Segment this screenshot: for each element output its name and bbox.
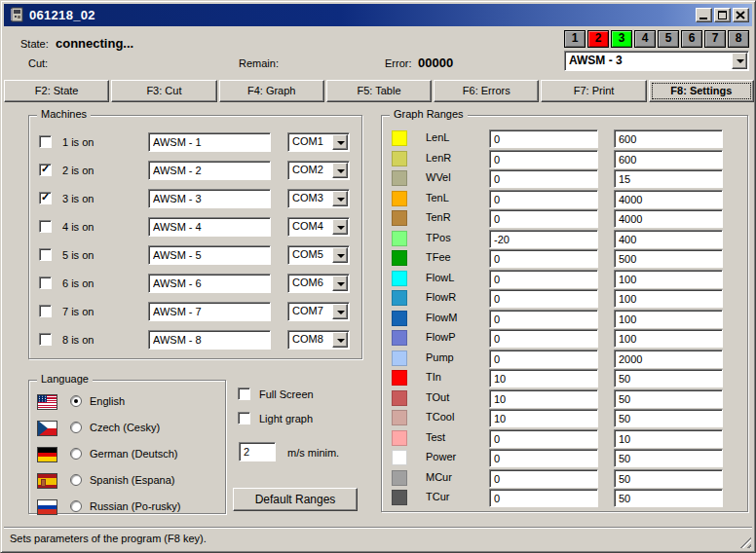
minimize-button[interactable] [696, 8, 712, 22]
range-min-input[interactable] [489, 409, 598, 427]
machine-on-checkbox[interactable] [39, 220, 52, 233]
machine-select[interactable]: AWSM - 3 [564, 51, 749, 71]
tab-button[interactable]: F3: Cut [111, 80, 216, 102]
dropdown-button[interactable] [332, 332, 348, 348]
language-label[interactable]: English [90, 395, 125, 407]
range-max-input[interactable] [614, 449, 723, 467]
machine-com-select[interactable]: COM1 [287, 132, 350, 152]
machine-com-select[interactable]: COM8 [287, 330, 350, 350]
tab-button[interactable]: F4: Graph [219, 80, 324, 102]
machine-on-label[interactable]: 6 is on [62, 277, 94, 289]
language-radio[interactable] [70, 500, 82, 512]
range-min-input[interactable] [489, 209, 598, 228]
dropdown-button[interactable] [332, 134, 348, 150]
dropdown-button[interactable] [732, 53, 747, 69]
machine-name-input[interactable] [148, 132, 271, 152]
machine-com-select[interactable]: COM5 [287, 245, 350, 265]
tab-button[interactable]: F5: Table [326, 80, 432, 102]
machine-name-input[interactable] [148, 189, 271, 208]
machine-indicator[interactable]: 8 [728, 30, 749, 48]
range-min-input[interactable] [489, 489, 598, 507]
range-max-input[interactable] [614, 409, 723, 427]
machine-on-label[interactable]: 5 is on [62, 249, 94, 261]
dropdown-button[interactable] [332, 163, 348, 178]
lightgraph-checkbox[interactable] [238, 412, 250, 424]
machine-com-select[interactable]: COM7 [287, 302, 350, 321]
close-button[interactable] [733, 8, 749, 22]
machine-indicator[interactable]: 6 [681, 30, 702, 48]
range-min-input[interactable] [489, 190, 598, 208]
range-max-input[interactable] [614, 150, 723, 168]
machine-com-select[interactable]: COM2 [287, 161, 350, 180]
range-max-input[interactable] [614, 230, 723, 248]
range-min-input[interactable] [489, 230, 598, 248]
machine-name-input[interactable] [148, 274, 271, 293]
range-min-input[interactable] [489, 129, 598, 148]
language-radio[interactable] [70, 395, 82, 407]
machine-on-checkbox[interactable] [39, 276, 52, 289]
language-label[interactable]: Czech (Cesky) [90, 422, 160, 433]
machine-name-input[interactable] [148, 161, 271, 180]
machine-on-label[interactable]: 4 is on [62, 221, 94, 233]
dropdown-button[interactable] [332, 304, 348, 319]
dropdown-button[interactable] [332, 219, 348, 235]
range-min-input[interactable] [489, 270, 598, 288]
range-min-input[interactable] [489, 449, 598, 467]
lightgraph-label[interactable]: Light graph [259, 413, 313, 424]
machine-on-checkbox[interactable] [39, 248, 52, 261]
machine-indicator[interactable]: 2 [587, 30, 609, 48]
tab-button[interactable]: F2: State [4, 80, 109, 102]
machine-com-select[interactable]: COM6 [287, 274, 350, 293]
range-max-input[interactable] [614, 129, 723, 148]
language-label[interactable]: Russian (Po-rusky) [90, 500, 181, 512]
machine-on-label[interactable]: 7 is on [62, 306, 94, 317]
range-min-input[interactable] [489, 249, 598, 268]
fullscreen-checkbox[interactable] [238, 387, 250, 400]
range-min-input[interactable] [489, 469, 598, 488]
tab-button[interactable]: F7: Print [541, 80, 646, 102]
range-max-input[interactable] [614, 329, 723, 348]
language-label[interactable]: German (Deutsch) [90, 448, 177, 460]
tab-button[interactable]: F6: Errors [434, 80, 539, 102]
range-min-input[interactable] [489, 329, 598, 348]
range-max-input[interactable] [614, 310, 723, 328]
language-radio[interactable] [70, 448, 82, 460]
speed-min-input[interactable] [239, 442, 276, 461]
machine-com-select[interactable]: COM4 [287, 217, 350, 237]
range-min-input[interactable] [489, 169, 598, 188]
dropdown-button[interactable] [332, 247, 348, 263]
machine-on-label[interactable]: 8 is on [62, 334, 94, 346]
dropdown-button[interactable] [332, 276, 348, 291]
machine-on-checkbox[interactable] [39, 333, 52, 346]
machine-on-checkbox[interactable] [39, 192, 52, 204]
range-min-input[interactable] [489, 150, 598, 168]
range-max-input[interactable] [614, 389, 723, 408]
range-max-input[interactable] [614, 489, 723, 507]
range-max-input[interactable] [614, 209, 723, 228]
range-max-input[interactable] [614, 350, 723, 368]
machine-indicator[interactable]: 7 [704, 30, 726, 48]
range-max-input[interactable] [614, 190, 723, 208]
machine-indicator[interactable]: 4 [634, 30, 656, 48]
range-min-input[interactable] [489, 289, 598, 308]
default-ranges-button[interactable]: Default Ranges [233, 488, 358, 511]
language-radio[interactable] [70, 422, 82, 433]
range-max-input[interactable] [614, 289, 723, 308]
machine-on-checkbox[interactable] [39, 305, 52, 317]
range-max-input[interactable] [614, 270, 723, 288]
machine-name-input[interactable] [148, 245, 271, 265]
machine-name-input[interactable] [148, 217, 271, 237]
range-min-input[interactable] [489, 389, 598, 408]
machine-name-input[interactable] [148, 302, 271, 321]
machine-com-select[interactable]: COM3 [287, 189, 350, 208]
machine-indicator[interactable]: 3 [611, 30, 632, 48]
language-radio[interactable] [70, 474, 82, 486]
range-min-input[interactable] [489, 310, 598, 328]
resize-grip[interactable] [738, 535, 751, 548]
range-max-input[interactable] [614, 469, 723, 488]
machine-on-checkbox[interactable] [39, 135, 52, 148]
range-max-input[interactable] [614, 169, 723, 188]
machine-on-label[interactable]: 2 is on [62, 165, 94, 176]
maximize-button[interactable] [714, 8, 731, 22]
range-min-input[interactable] [489, 350, 598, 368]
